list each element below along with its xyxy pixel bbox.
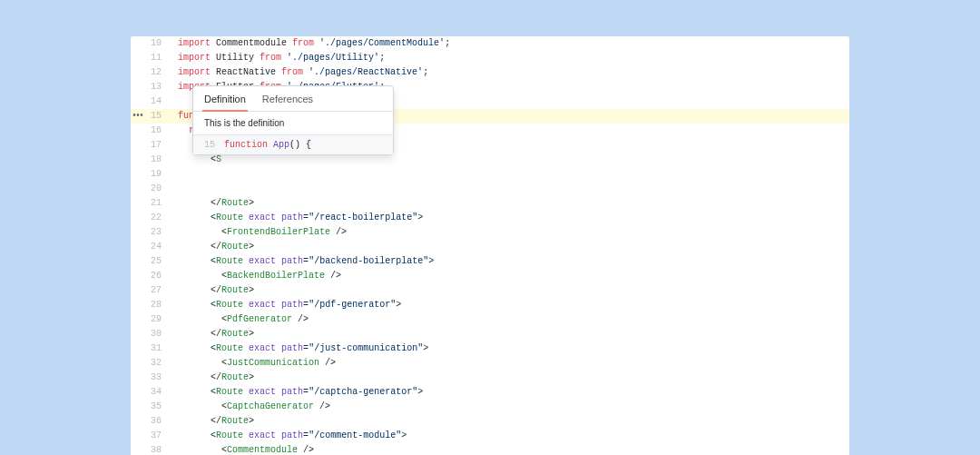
- popup-code-content: function App() {: [224, 140, 311, 150]
- code-line[interactable]: 36 </Route>: [131, 414, 849, 429]
- code-line[interactable]: 29 <PdfGenerator />: [131, 312, 849, 327]
- tab-definition[interactable]: Definition: [202, 92, 248, 112]
- line-number[interactable]: 35: [143, 400, 169, 414]
- line-number[interactable]: 34: [143, 385, 169, 400]
- code-content[interactable]: </Route>: [169, 414, 849, 429]
- code-line[interactable]: 10import Commentmodule from './pages/Com…: [131, 36, 849, 51]
- line-number[interactable]: 33: [143, 371, 169, 385]
- line-number[interactable]: 21: [143, 196, 169, 211]
- popup-tabs: Definition References: [193, 86, 393, 112]
- line-number[interactable]: 27: [143, 283, 169, 298]
- code-line[interactable]: 19: [131, 167, 849, 182]
- code-content[interactable]: <Route exact path="/captcha-generator">: [169, 385, 849, 400]
- code-content[interactable]: </Route>: [169, 196, 849, 211]
- line-number[interactable]: 13: [143, 80, 169, 94]
- line-number[interactable]: 15: [143, 109, 169, 124]
- line-number[interactable]: 16: [143, 124, 169, 138]
- code-line[interactable]: 21 </Route>: [131, 196, 849, 211]
- line-number[interactable]: 23: [143, 225, 169, 240]
- code-line[interactable]: 33 </Route>: [131, 371, 849, 385]
- popup-code-line-number: 15: [204, 140, 215, 150]
- line-number[interactable]: 11: [143, 51, 169, 65]
- line-number[interactable]: 38: [143, 443, 169, 455]
- line-number[interactable]: 26: [143, 269, 169, 283]
- definition-popup: Definition References This is the defini…: [192, 85, 394, 155]
- popup-body-text: This is the definition: [193, 112, 393, 134]
- expand-icon[interactable]: •••: [131, 109, 143, 124]
- code-content[interactable]: <JustCommunication />: [169, 356, 849, 371]
- code-line[interactable]: 34 <Route exact path="/captcha-generator…: [131, 385, 849, 400]
- code-line[interactable]: 30 </Route>: [131, 327, 849, 341]
- code-line[interactable]: 12import ReactNative from './pages/React…: [131, 65, 849, 80]
- line-number[interactable]: 22: [143, 211, 169, 225]
- code-content[interactable]: <FrontendBoilerPlate />: [169, 225, 849, 240]
- line-number[interactable]: 32: [143, 356, 169, 371]
- line-number[interactable]: 18: [143, 153, 169, 167]
- code-line[interactable]: 31 <Route exact path="/just-communicatio…: [131, 341, 849, 356]
- code-content[interactable]: import ReactNative from './pages/ReactNa…: [169, 65, 849, 80]
- code-content[interactable]: <Route exact path="/just-communication">: [169, 341, 849, 356]
- code-line[interactable]: 28 <Route exact path="/pdf-generator">: [131, 298, 849, 312]
- line-number[interactable]: 19: [143, 167, 169, 182]
- line-number[interactable]: 24: [143, 240, 169, 254]
- line-number[interactable]: 30: [143, 327, 169, 341]
- code-line[interactable]: 11import Utility from './pages/Utility';: [131, 51, 849, 65]
- code-line[interactable]: 26 <BackendBoilerPlate />: [131, 269, 849, 283]
- code-content[interactable]: <BackendBoilerPlate />: [169, 269, 849, 283]
- tab-references[interactable]: References: [260, 92, 315, 111]
- line-number[interactable]: 29: [143, 312, 169, 327]
- code-line[interactable]: 27 </Route>: [131, 283, 849, 298]
- popup-code-snippet[interactable]: 15 function App() {: [193, 134, 393, 154]
- line-number[interactable]: 10: [143, 36, 169, 51]
- code-content[interactable]: <PdfGenerator />: [169, 312, 849, 327]
- code-line[interactable]: 38 <Commentmodule />: [131, 443, 849, 455]
- code-line[interactable]: 20: [131, 182, 849, 196]
- code-content[interactable]: import Commentmodule from './pages/Comme…: [169, 36, 849, 51]
- code-content[interactable]: <Route exact path="/comment-module">: [169, 429, 849, 443]
- code-content[interactable]: <CaptchaGenerator />: [169, 400, 849, 414]
- code-line[interactable]: 22 <Route exact path="/react-boilerplate…: [131, 211, 849, 225]
- code-content[interactable]: </Route>: [169, 240, 849, 254]
- code-line[interactable]: 25 <Route exact path="/backend-boilerpla…: [131, 254, 849, 269]
- line-number[interactable]: 37: [143, 429, 169, 443]
- code-editor: 10import Commentmodule from './pages/Com…: [131, 36, 849, 455]
- code-content[interactable]: </Route>: [169, 371, 849, 385]
- line-number[interactable]: 31: [143, 341, 169, 356]
- line-number[interactable]: 14: [143, 94, 169, 109]
- code-content[interactable]: </Route>: [169, 283, 849, 298]
- line-number[interactable]: 12: [143, 65, 169, 80]
- line-number[interactable]: 20: [143, 182, 169, 196]
- line-number[interactable]: 36: [143, 414, 169, 429]
- code-content[interactable]: <Route exact path="/backend-boilerplate"…: [169, 254, 849, 269]
- code-content[interactable]: <Route exact path="/react-boilerplate">: [169, 211, 849, 225]
- code-line[interactable]: 32 <JustCommunication />: [131, 356, 849, 371]
- line-number[interactable]: 17: [143, 138, 169, 153]
- code-line[interactable]: 23 <FrontendBoilerPlate />: [131, 225, 849, 240]
- code-line[interactable]: 37 <Route exact path="/comment-module">: [131, 429, 849, 443]
- code-line[interactable]: 24 </Route>: [131, 240, 849, 254]
- code-content[interactable]: <Commentmodule />: [169, 443, 849, 455]
- code-content[interactable]: <Route exact path="/pdf-generator">: [169, 298, 849, 312]
- code-content[interactable]: import Utility from './pages/Utility';: [169, 51, 849, 65]
- code-line[interactable]: 35 <CaptchaGenerator />: [131, 400, 849, 414]
- code-content[interactable]: </Route>: [169, 327, 849, 341]
- line-number[interactable]: 25: [143, 254, 169, 269]
- line-number[interactable]: 28: [143, 298, 169, 312]
